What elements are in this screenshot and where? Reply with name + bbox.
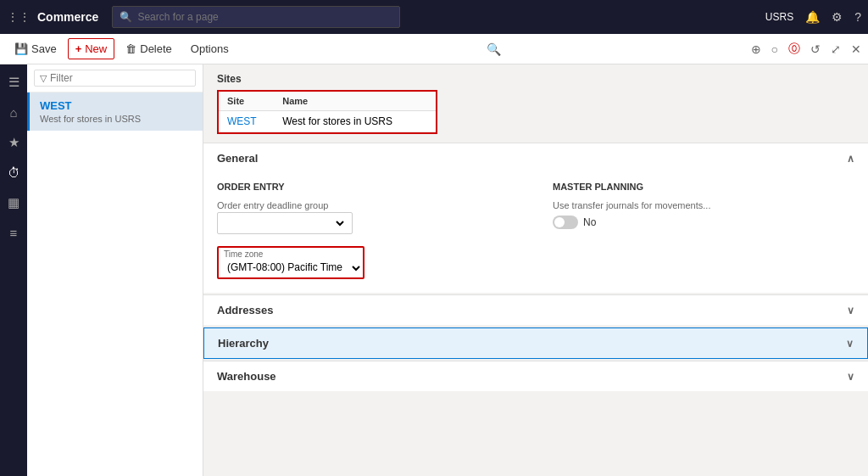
nav-workspaces-icon[interactable]: ▦ <box>4 192 23 214</box>
search-box[interactable]: 🔍 <box>112 6 400 28</box>
topbar-right: USRS 🔔 ⚙ ? <box>765 10 861 24</box>
sidebar-filter-area: ▽ <box>27 64 203 92</box>
general-content: ORDER ENTRY Order entry deadline group T… <box>203 173 868 293</box>
new-icon: + <box>75 42 82 55</box>
accordion-warehouse-header[interactable]: Warehouse ∨ <box>203 361 868 391</box>
chevron-up-icon: ∧ <box>847 153 854 165</box>
new-label: New <box>85 42 107 55</box>
nav-favorites-icon[interactable]: ★ <box>5 132 23 154</box>
chevron-down-icon: ∨ <box>847 305 854 316</box>
settings-icon[interactable]: ⚙ <box>832 10 843 24</box>
save-label: Save <box>31 42 57 55</box>
filter-icon: ▽ <box>40 73 47 84</box>
search-icon: 🔍 <box>120 11 132 23</box>
help-icon[interactable]: ? <box>854 10 861 24</box>
save-button[interactable]: 💾 Save <box>7 38 64 59</box>
chevron-down-icon: ∨ <box>847 371 854 383</box>
deadline-group-select[interactable] <box>217 212 353 234</box>
left-nav: ☰ ⌂ ★ ⏱ ▦ ≡ <box>0 64 27 476</box>
app-title: Commerce <box>37 10 98 24</box>
notification-icon[interactable]: 🔔 <box>805 10 820 24</box>
delete-label: Delete <box>140 42 172 55</box>
office-icon[interactable]: ○ <box>771 42 778 56</box>
accordion-hierarchy: Hierarchy ∨ <box>203 327 868 359</box>
filter-input[interactable] <box>50 72 190 84</box>
sites-table-wrapper: Site Name WEST West for stores in USRS <box>217 90 437 134</box>
sites-table: Site Name WEST West for stores in USRS <box>219 92 436 132</box>
transfer-label: Use transfer journals for movements... <box>553 200 854 210</box>
new-button[interactable]: + New <box>68 38 115 59</box>
topbar: ⋮⋮ Commerce 🔍 USRS 🔔 ⚙ ? <box>0 0 868 34</box>
search-input[interactable] <box>137 11 392 23</box>
warehouse-section-label: Warehouse <box>217 370 276 383</box>
hierarchy-section-label: Hierarchy <box>218 337 269 350</box>
nav-recent-icon[interactable]: ⏱ <box>4 162 24 183</box>
main-layout: ☰ ⌂ ★ ⏱ ▦ ≡ ▽ WEST West for stores in US… <box>0 64 868 476</box>
accordion-hierarchy-header[interactable]: Hierarchy ∨ <box>203 328 868 359</box>
personalize-icon[interactable]: ⊕ <box>751 42 761 56</box>
save-icon: 💾 <box>14 42 28 55</box>
nav-home-icon[interactable]: ⌂ <box>6 102 20 123</box>
table-row: WEST West for stores in USRS <box>219 111 436 132</box>
site-link[interactable]: WEST <box>227 115 257 127</box>
chevron-down-icon: ∨ <box>846 338 854 350</box>
accordion-warehouse: Warehouse ∨ <box>203 361 868 391</box>
sites-section-header: Sites <box>217 73 854 90</box>
user-label: USRS <box>765 11 793 23</box>
sites-col-name: Name <box>274 92 436 111</box>
sidebar: ▽ WEST West for stores in USRS <box>27 64 203 476</box>
timezone-label: Time zone <box>219 248 363 259</box>
master-planning-group: MASTER PLANNING Use transfer journals fo… <box>553 182 854 279</box>
general-section-label: General <box>217 152 258 165</box>
general-two-col: ORDER ENTRY Order entry deadline group T… <box>217 182 854 279</box>
toolbar: 💾 Save + New 🗑 Delete Options 🔍 ⊕ ○ ⓪ ↺ … <box>0 34 868 64</box>
accordion-general: General ∧ ORDER ENTRY Order entry deadli… <box>203 143 868 293</box>
sidebar-item-subtitle: West for stores in USRS <box>40 114 192 124</box>
order-entry-title: ORDER ENTRY <box>217 182 519 192</box>
order-entry-group: ORDER ENTRY Order entry deadline group T… <box>217 182 519 279</box>
filter-box[interactable]: ▽ <box>34 70 196 87</box>
nav-modules-icon[interactable]: ≡ <box>7 222 21 244</box>
options-button[interactable]: Options <box>183 38 236 59</box>
toggle-row: No <box>553 216 854 229</box>
toggle-label: No <box>583 216 596 228</box>
sidebar-item-west[interactable]: WEST West for stores in USRS <box>27 92 203 131</box>
accordion-addresses: Addresses ∨ <box>203 294 868 325</box>
grid-icon[interactable]: ⋮⋮ <box>7 10 31 24</box>
options-label: Options <box>191 42 229 55</box>
refresh-icon[interactable]: ↺ <box>810 42 821 56</box>
accordion-general-header[interactable]: General ∧ <box>203 143 868 173</box>
sites-col-site: Site <box>219 92 274 111</box>
delete-button[interactable]: 🗑 Delete <box>118 38 180 59</box>
deadline-group-label: Order entry deadline group <box>217 200 519 210</box>
addresses-section-label: Addresses <box>217 304 273 316</box>
toggle-switch[interactable] <box>553 216 578 229</box>
sidebar-item-title: WEST <box>40 99 192 112</box>
site-name-cell: West for stores in USRS <box>274 111 436 132</box>
timezone-wrapper: Time zone (GMT-08:00) Pacific Time (US .… <box>217 246 364 279</box>
timezone-select[interactable]: (GMT-08:00) Pacific Time (US .... <box>219 259 363 277</box>
delete-icon: 🗑 <box>125 42 136 55</box>
toggle-knob <box>554 217 565 227</box>
accordion-addresses-header[interactable]: Addresses ∨ <box>203 295 868 325</box>
content-area: Sites Site Name WEST West <box>203 64 868 476</box>
master-planning-title: MASTER PLANNING <box>553 182 854 192</box>
close-icon[interactable]: ✕ <box>851 42 861 56</box>
expand-icon[interactable]: ⤢ <box>831 42 841 56</box>
deadline-group-dropdown[interactable] <box>223 216 347 230</box>
toolbar-search-icon[interactable]: 🔍 <box>487 42 501 56</box>
nav-menu-icon[interactable]: ☰ <box>5 71 23 93</box>
badge-icon[interactable]: ⓪ <box>788 42 800 57</box>
